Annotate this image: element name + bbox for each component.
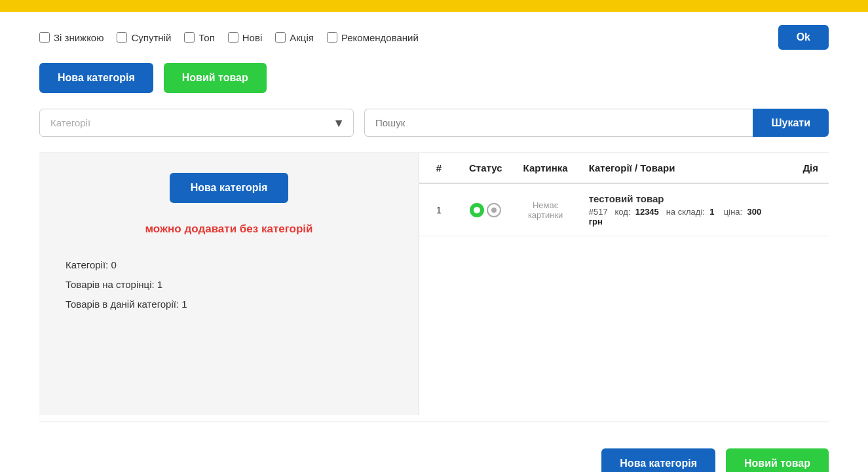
product-code: 12345 — [635, 207, 659, 217]
row-index: 1 — [419, 183, 459, 236]
filter-znijkoy[interactable]: Зі знижкою — [39, 32, 104, 43]
product-code-label: код: — [614, 207, 630, 217]
filter-novi-label: Нові — [242, 32, 262, 43]
checkbox-akcia[interactable] — [275, 32, 286, 43]
col-header-hash: # — [419, 153, 459, 183]
product-stock-label: на складі: — [666, 207, 705, 217]
filter-top-label: Топ — [198, 32, 214, 43]
checkbox-top[interactable] — [184, 32, 195, 43]
product-id: #517 — [589, 207, 608, 217]
col-header-status: Статус — [459, 153, 513, 183]
row-action — [776, 183, 829, 236]
row-image: Немає картинки — [513, 183, 578, 236]
search-row: Категорії ▼ Шукати — [39, 109, 829, 137]
search-input-wrapper: Шукати — [364, 109, 829, 137]
category-select-wrapper: Категорії ▼ — [39, 109, 354, 137]
content-area: Нова категорія можно додавати без катего… — [39, 153, 829, 415]
table-row: 1 Немає картинки тестовий товар #517 — [419, 183, 829, 236]
status-icons — [469, 203, 502, 217]
product-stock: 1 — [709, 207, 714, 217]
table-header-row: # Статус Картинка Категорії / Товари Дія — [419, 153, 829, 183]
search-button[interactable]: Шукати — [753, 109, 829, 137]
left-panel: Нова категорія можно додавати без катего… — [39, 153, 419, 415]
stat-page-count: Товарів на сторінці: 1 — [66, 275, 392, 295]
ok-button[interactable]: Ok — [778, 25, 829, 50]
nova-kategoriya-button-bottom[interactable]: Нова категорія — [601, 448, 715, 472]
product-meta: #517 код: 12345 на складі: 1 ціна: 300 г… — [589, 207, 766, 227]
row-status — [459, 183, 513, 236]
no-categories-message: можно додавати без категорій — [66, 223, 392, 236]
checkbox-rekomendovanyi[interactable] — [327, 32, 337, 43]
filter-top[interactable]: Топ — [184, 32, 214, 43]
search-input[interactable] — [364, 109, 753, 137]
product-price-label: ціна: — [724, 207, 742, 217]
stats-section: Категорії: 0 Товарів на сторінці: 1 Това… — [66, 255, 392, 314]
stat-categories: Категорії: 0 — [66, 255, 392, 275]
nova-kategoriya-button-center[interactable]: Нова категорія — [170, 173, 289, 203]
filter-suputniy[interactable]: Супутній — [117, 32, 171, 43]
filter-suputniy-label: Супутній — [131, 32, 171, 43]
filter-rekomendovanyi-label: Рекомендований — [341, 32, 419, 43]
checkbox-znijkoy[interactable] — [39, 32, 50, 43]
products-table: # Статус Картинка Категорії / Товари Дія… — [419, 153, 829, 236]
col-header-image: Картинка — [513, 153, 578, 183]
product-name: тестовий товар — [589, 193, 766, 204]
filter-akcia-label: Акція — [290, 32, 314, 43]
col-header-action: Дія — [776, 153, 829, 183]
novyi-tovar-button-top[interactable]: Новий товар — [164, 63, 267, 93]
row-product-info: тестовий товар #517 код: 12345 на складі… — [578, 183, 776, 236]
status-active-icon[interactable] — [470, 203, 484, 217]
checkbox-suputniy[interactable] — [117, 32, 127, 43]
stat-category-count: Товарів в даній категорії: 1 — [66, 295, 392, 314]
filter-row: Зі знижкою Супутній Топ Нові Акція Реком… — [39, 25, 829, 50]
right-panel: # Статус Картинка Категорії / Товари Дія… — [419, 153, 829, 415]
action-row: Нова категорія Новий товар — [39, 63, 829, 93]
bottom-divider — [39, 422, 829, 422]
filter-rekomendovanyi[interactable]: Рекомендований — [327, 32, 419, 43]
filter-akcia[interactable]: Акція — [275, 32, 314, 43]
filter-novi[interactable]: Нові — [228, 32, 262, 43]
main-container: Зі знижкою Супутній Топ Нові Акція Реком… — [0, 12, 868, 472]
nova-kategoriya-button-top[interactable]: Нова категорія — [39, 63, 153, 93]
novyi-tovar-button-bottom[interactable]: Новий товар — [726, 448, 829, 472]
col-header-category: Категорії / Товари — [578, 153, 776, 183]
filter-znijkoy-label: Зі знижкою — [54, 32, 104, 43]
top-bar — [0, 0, 868, 12]
checkbox-novi[interactable] — [228, 32, 238, 43]
status-inactive-icon[interactable] — [487, 203, 501, 217]
category-select[interactable]: Категорії — [39, 109, 354, 137]
bottom-bar: Нова категорія Новий товар — [39, 435, 829, 472]
